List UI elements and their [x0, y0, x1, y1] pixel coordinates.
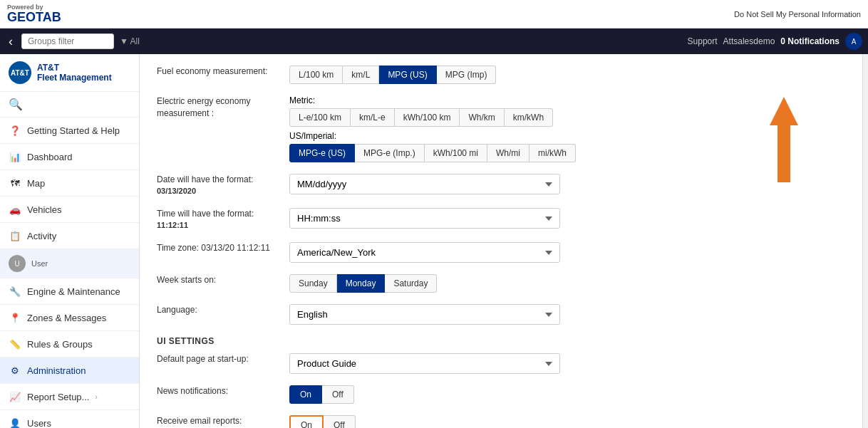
geotab-logo: Powered by GEOTAB [7, 4, 61, 24]
do-not-sell-text[interactable]: Do Not Sell My Personal Information [734, 10, 861, 19]
support-link[interactable]: Support [688, 36, 718, 46]
users-icon: 👤 [9, 417, 21, 428]
sidebar-item-administration[interactable]: ⚙ Administration [0, 357, 139, 384]
email-reports-content: On Off [289, 415, 845, 428]
arrow-shaft [777, 125, 790, 182]
elec-kwh100mi-btn[interactable]: kWh/100 mi [425, 144, 487, 162]
brand-logo: AT&T [9, 61, 31, 84]
getting-started-icon: ❓ [9, 124, 21, 137]
user-avatar: U [9, 255, 26, 272]
email-on-btn[interactable]: On [289, 415, 324, 428]
fuel-mpgus-btn[interactable]: MPG (US) [379, 66, 436, 84]
date-format-row: Date will have the format: 03/13/2020 MM… [157, 174, 845, 197]
elec-whkm-btn[interactable]: Wh/km [460, 108, 504, 127]
electric-imperial-label: US/Imperial: [289, 131, 576, 141]
electric-content: Metric: L-e/100 km km/L-e kWh/100 km Wh/… [289, 95, 845, 162]
top-bar: Powered by GEOTAB Do Not Sell My Persona… [0, 0, 868, 28]
timezone-select[interactable]: America/New_York [289, 242, 560, 263]
timezone-content: America/New_York [289, 242, 845, 263]
sidebar-item-activity[interactable]: 📋 Activity [0, 223, 139, 249]
electric-metric-label: Metric: [289, 95, 553, 105]
report-setup-icon: 📈 [9, 390, 21, 403]
electric-imperial-btn-group: MPG-e (US) MPG-e (Imp.) kWh/100 mi Wh/mi… [289, 144, 576, 162]
avatar[interactable]: A [845, 33, 862, 50]
report-setup-chevron: › [95, 393, 97, 401]
top-bar-left: Powered by GEOTAB [7, 4, 61, 24]
sidebar-item-engine[interactable]: 🔧 Engine & Maintenance [0, 278, 139, 305]
scrollbar[interactable] [862, 54, 868, 428]
sidebar-item-getting-started[interactable]: ❓ Getting Started & Help [0, 118, 139, 144]
elec-mikwh-btn[interactable]: mi/kWh [529, 144, 576, 162]
sidebar-item-users[interactable]: 👤 Users [0, 410, 139, 428]
sidebar-item-vehicles[interactable]: 🚗 Vehicles [0, 197, 139, 223]
default-page-select[interactable]: Product Guide [289, 353, 560, 374]
activity-icon: 📋 [9, 229, 21, 242]
week-starts-btn-group: Sunday Monday Saturday [289, 274, 437, 293]
map-icon: 🗺 [9, 177, 21, 189]
electric-metric-btn-group: L-e/100 km km/L-e kWh/100 km Wh/km km/kW… [289, 108, 553, 127]
date-format-label: Date will have the format: 03/13/2020 [157, 174, 278, 197]
all-button[interactable]: ▼ All [120, 36, 140, 46]
language-select[interactable]: English [289, 304, 560, 325]
elec-kmkwh-btn[interactable]: km/kWh [505, 108, 553, 127]
fuel-economy-btn-group: L/100 km km/L MPG (US) MPG (Imp) [289, 66, 496, 84]
arrow-annotation [763, 97, 805, 182]
content-area: Fuel economy measurement: L/100 km km/L … [140, 54, 862, 428]
language-content: English [289, 304, 845, 325]
nav-bar: ‹ ▼ All Support Attsalesdemo 0 Notificat… [0, 28, 868, 54]
vehicles-icon: 🚗 [9, 203, 21, 216]
date-format-select[interactable]: MM/dd/yyyy [289, 174, 560, 194]
rules-icon: 📏 [9, 338, 21, 350]
ui-settings-header: UI SETTINGS [157, 336, 845, 346]
zones-icon: 📍 [9, 311, 21, 324]
email-reports-row: Receive email reports: On Off [157, 415, 845, 428]
language-row: Language: English [157, 304, 845, 325]
sidebar: AT&T AT&T Fleet Management 🔍 ❓ Getting S… [0, 54, 140, 428]
news-toggle-group: On Off [289, 385, 354, 404]
sidebar-item-zones[interactable]: 📍 Zones & Messages [0, 305, 139, 331]
brand-name-line1: AT&T [37, 63, 112, 73]
week-saturday-btn[interactable]: Saturday [385, 274, 437, 293]
brand-name-line2: Fleet Management [37, 73, 112, 83]
brand-header: AT&T AT&T Fleet Management [0, 54, 139, 92]
groups-filter-input[interactable] [21, 33, 114, 49]
elec-kwh100km-btn[interactable]: kWh/100 km [395, 108, 460, 127]
elec-mpgeus-btn[interactable]: MPG-e (US) [289, 144, 355, 162]
news-on-btn[interactable]: On [289, 385, 322, 404]
username-label: Attsalesdemo [723, 36, 775, 46]
user-section: U User [0, 249, 139, 278]
electric-imperial-section: US/Imperial: MPG-e (US) MPG-e (Imp.) kWh… [289, 131, 576, 162]
sidebar-item-map[interactable]: 🗺 Map [0, 170, 139, 197]
week-starts-row: Week starts on: Sunday Monday Saturday [157, 274, 845, 293]
sidebar-search[interactable]: 🔍 [0, 92, 139, 118]
sidebar-item-rules[interactable]: 📏 Rules & Groups [0, 331, 139, 357]
week-starts-content: Sunday Monday Saturday [289, 274, 845, 293]
elec-whmi-btn[interactable]: Wh/mi [487, 144, 529, 162]
elec-kmle-btn[interactable]: km/L-e [351, 108, 395, 127]
electric-metric-section: Metric: L-e/100 km km/L-e kWh/100 km Wh/… [289, 95, 553, 127]
default-page-label: Default page at start-up: [157, 353, 278, 365]
engine-icon: 🔧 [9, 285, 21, 298]
fuel-l100km-btn[interactable]: L/100 km [289, 66, 343, 84]
email-reports-label: Receive email reports: [157, 415, 278, 427]
notifications-button[interactable]: 0 Notifications [780, 36, 839, 46]
back-button[interactable]: ‹ [6, 34, 16, 49]
sidebar-item-dashboard[interactable]: 📊 Dashboard [0, 144, 139, 170]
news-off-btn[interactable]: Off [322, 385, 354, 404]
sidebar-item-report-setup[interactable]: 📈 Report Setup... › [0, 384, 139, 410]
fuel-mpgimp-btn[interactable]: MPG (Imp) [437, 66, 497, 84]
electric-energy-row: Electric energy economy measurement : Me… [157, 95, 845, 162]
time-format-select[interactable]: HH:mm:ss [289, 208, 560, 229]
week-starts-label: Week starts on: [157, 274, 278, 286]
email-toggle-group: On Off [289, 415, 356, 428]
week-sunday-btn[interactable]: Sunday [289, 274, 337, 293]
administration-icon: ⚙ [9, 364, 21, 377]
week-monday-btn[interactable]: Monday [337, 274, 386, 293]
elec-le100km-btn[interactable]: L-e/100 km [289, 108, 351, 127]
fuel-kml-btn[interactable]: km/L [343, 66, 379, 84]
email-off-btn[interactable]: Off [324, 415, 356, 428]
brand-name: AT&T Fleet Management [37, 63, 112, 83]
date-format-content: MM/dd/yyyy [289, 174, 845, 194]
elec-mpgeimp-btn[interactable]: MPG-e (Imp.) [355, 144, 425, 162]
time-format-content: HH:mm:ss [289, 208, 845, 229]
